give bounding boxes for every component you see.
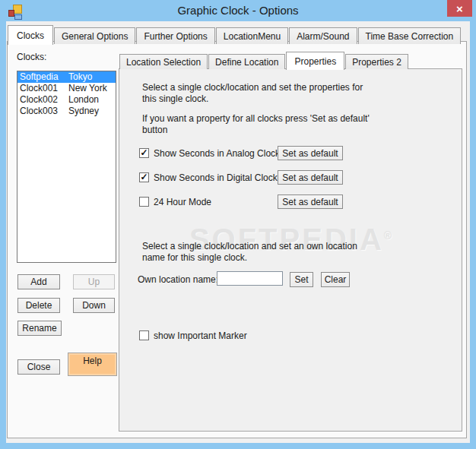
clocks-list-label: Clocks: (17, 52, 46, 62)
options-window: Graphic Clock - Options × Clocks General… (0, 0, 476, 449)
set-button[interactable]: Set (290, 272, 313, 287)
icon-square-blue (14, 14, 22, 20)
set-as-default-button-24h[interactable]: Set as default (278, 194, 343, 209)
tab-alarm-sound[interactable]: Alarm/Sound (289, 27, 357, 44)
location-tabstrip: Location Selection Define Location Prope… (119, 53, 409, 69)
own-location-intro: Select a single clock/location and set a… (142, 241, 378, 264)
checkbox-box[interactable] (139, 197, 149, 207)
tab-clocks[interactable]: Clocks (8, 25, 53, 45)
help-button[interactable]: Help (68, 353, 117, 376)
own-location-label: Own location name: (138, 274, 218, 285)
tab-properties[interactable]: Properties (286, 52, 344, 70)
checkbox-box[interactable] (139, 330, 149, 340)
clocks-listbox[interactable]: Softpedia Tokyo Clock001 New York Clock0… (17, 71, 116, 263)
title-bar: Graphic Clock - Options × (0, 0, 476, 21)
dialog-content: Clocks General Options Further Options L… (6, 21, 470, 443)
tab-properties-2[interactable]: Properties 2 (345, 54, 408, 69)
tab-general-options[interactable]: General Options (54, 27, 135, 44)
checkbox-box[interactable]: ✓ (139, 148, 149, 158)
list-item[interactable]: Softpedia Tokyo (17, 71, 116, 83)
add-button[interactable]: Add (17, 274, 60, 289)
tab-further-options[interactable]: Further Options (136, 27, 214, 44)
close-button[interactable]: Close (17, 359, 60, 375)
down-button[interactable]: Down (73, 298, 115, 313)
intro-text-1: Select a single clock/location and set t… (142, 82, 370, 105)
set-as-default-button-digital[interactable]: Set as default (278, 170, 343, 185)
tab-time-base-correction[interactable]: Time Base Correction (358, 27, 462, 44)
close-icon: × (456, 2, 463, 15)
rename-button[interactable]: Rename (17, 321, 62, 336)
list-item[interactable]: Clock002 London (17, 94, 116, 106)
list-item[interactable]: Clock001 New York (17, 83, 116, 94)
up-button[interactable]: Up (73, 274, 115, 289)
close-window-button[interactable]: × (447, 0, 472, 17)
checkbox-label: Show Seconds in Analog Clock (154, 148, 280, 159)
tab-define-location[interactable]: Define Location (208, 54, 285, 69)
window-title: Graphic Clock - Options (0, 4, 476, 17)
checkbox-label: show Important Marker (154, 330, 247, 341)
checkbox-label: Show Seconds in Digital Clock (154, 172, 278, 183)
checkbox-label: 24 Hour Mode (154, 197, 211, 207)
set-as-default-button-analog[interactable]: Set as default (278, 146, 343, 160)
tab-location-selection[interactable]: Location Selection (119, 54, 208, 69)
intro-text-2: If you want a property for all clocks pr… (142, 113, 370, 136)
properties-tab-page: SOFTPEDIA® Select a single clock/locatio… (119, 68, 462, 432)
own-location-input[interactable] (217, 271, 283, 286)
checkbox-box[interactable]: ✓ (139, 172, 149, 182)
icon-square-red (8, 10, 14, 17)
tab-location-menu[interactable]: LocationMenu (216, 27, 288, 44)
list-item[interactable]: Clock003 Sydney (17, 106, 116, 117)
clear-button[interactable]: Clear (321, 272, 350, 287)
main-tabstrip: Clocks General Options Further Options L… (8, 24, 462, 44)
clocks-tab-page: Clocks: Softpedia Tokyo Clock001 New Yor… (7, 41, 467, 438)
delete-button[interactable]: Delete (17, 298, 60, 313)
